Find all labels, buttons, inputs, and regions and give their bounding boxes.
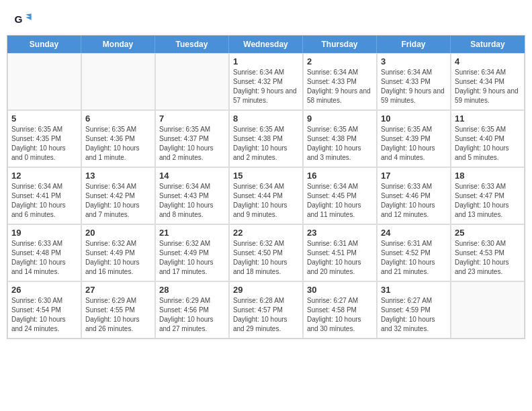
- weekday-header: Tuesday: [155, 36, 229, 53]
- day-info: Sunrise: 6:34 AM Sunset: 4:32 PM Dayligh…: [233, 68, 299, 105]
- day-number: 31: [381, 285, 447, 295]
- calendar-cell: 13Sunrise: 6:34 AM Sunset: 4:42 PM Dayli…: [81, 167, 155, 224]
- day-number: 23: [307, 228, 373, 238]
- calendar-grid: 1Sunrise: 6:34 AM Sunset: 4:32 PM Daylig…: [7, 53, 525, 338]
- day-number: 30: [307, 285, 373, 295]
- day-info: Sunrise: 6:33 AM Sunset: 4:48 PM Dayligh…: [11, 239, 77, 277]
- day-info: Sunrise: 6:31 AM Sunset: 4:52 PM Dayligh…: [381, 239, 447, 277]
- day-info: Sunrise: 6:29 AM Sunset: 4:56 PM Dayligh…: [159, 296, 225, 334]
- day-number: 16: [307, 171, 373, 181]
- day-info: Sunrise: 6:34 AM Sunset: 4:33 PM Dayligh…: [307, 68, 373, 105]
- day-info: Sunrise: 6:27 AM Sunset: 4:59 PM Dayligh…: [381, 296, 447, 334]
- day-number: 9: [307, 113, 373, 124]
- weekday-header: Wednesday: [229, 36, 303, 53]
- day-number: 24: [381, 228, 447, 238]
- day-number: 3: [381, 56, 447, 66]
- calendar-cell: 21Sunrise: 6:32 AM Sunset: 4:49 PM Dayli…: [155, 224, 229, 281]
- day-number: 8: [233, 113, 299, 124]
- calendar: SundayMondayTuesdayWednesdayThursdayFrid…: [7, 35, 525, 339]
- calendar-cell: 30Sunrise: 6:27 AM Sunset: 4:58 PM Dayli…: [303, 281, 377, 338]
- calendar-cell: 28Sunrise: 6:29 AM Sunset: 4:56 PM Dayli…: [155, 281, 229, 338]
- calendar-cell: 29Sunrise: 6:28 AM Sunset: 4:57 PM Dayli…: [229, 281, 303, 338]
- weekday-header: Thursday: [303, 36, 377, 53]
- calendar-cell: 20Sunrise: 6:32 AM Sunset: 4:49 PM Dayli…: [81, 224, 155, 281]
- calendar-header: SundayMondayTuesdayWednesdayThursdayFrid…: [7, 36, 525, 53]
- day-number: 20: [85, 228, 151, 238]
- calendar-cell: [81, 53, 155, 110]
- day-info: Sunrise: 6:32 AM Sunset: 4:49 PM Dayligh…: [159, 239, 225, 277]
- day-number: 22: [233, 228, 299, 238]
- calendar-cell: 22Sunrise: 6:32 AM Sunset: 4:50 PM Dayli…: [229, 224, 303, 281]
- day-info: Sunrise: 6:34 AM Sunset: 4:43 PM Dayligh…: [159, 182, 225, 220]
- day-info: Sunrise: 6:30 AM Sunset: 4:53 PM Dayligh…: [455, 239, 521, 277]
- calendar-cell: 7Sunrise: 6:35 AM Sunset: 4:37 PM Daylig…: [155, 110, 229, 167]
- day-number: 26: [11, 285, 77, 295]
- day-info: Sunrise: 6:27 AM Sunset: 4:58 PM Dayligh…: [307, 296, 373, 334]
- day-number: 2: [307, 56, 373, 66]
- svg-text:G: G: [14, 13, 22, 25]
- calendar-cell: 9Sunrise: 6:35 AM Sunset: 4:38 PM Daylig…: [303, 110, 377, 167]
- calendar-cell: [7, 53, 81, 110]
- day-number: 7: [159, 113, 225, 124]
- day-info: Sunrise: 6:29 AM Sunset: 4:55 PM Dayligh…: [85, 296, 151, 334]
- day-number: 17: [381, 171, 447, 181]
- calendar-cell: 23Sunrise: 6:31 AM Sunset: 4:51 PM Dayli…: [303, 224, 377, 281]
- day-info: Sunrise: 6:35 AM Sunset: 4:38 PM Dayligh…: [307, 125, 373, 163]
- weekday-header: Monday: [81, 36, 155, 53]
- day-number: 15: [233, 171, 299, 181]
- calendar-cell: 10Sunrise: 6:35 AM Sunset: 4:39 PM Dayli…: [377, 110, 451, 167]
- calendar-cell: 19Sunrise: 6:33 AM Sunset: 4:48 PM Dayli…: [7, 224, 81, 281]
- day-number: 11: [455, 113, 521, 124]
- day-info: Sunrise: 6:34 AM Sunset: 4:42 PM Dayligh…: [85, 182, 151, 220]
- svg-marker-2: [26, 16, 31, 20]
- day-info: Sunrise: 6:32 AM Sunset: 4:49 PM Dayligh…: [85, 239, 151, 277]
- calendar-cell: 3Sunrise: 6:34 AM Sunset: 4:33 PM Daylig…: [377, 53, 451, 110]
- day-info: Sunrise: 6:35 AM Sunset: 4:35 PM Dayligh…: [11, 125, 77, 163]
- calendar-cell: 8Sunrise: 6:35 AM Sunset: 4:38 PM Daylig…: [229, 110, 303, 167]
- day-info: Sunrise: 6:35 AM Sunset: 4:37 PM Dayligh…: [159, 125, 225, 163]
- day-number: 1: [233, 56, 299, 66]
- day-number: 4: [455, 56, 521, 66]
- calendar-cell: 15Sunrise: 6:34 AM Sunset: 4:44 PM Dayli…: [229, 167, 303, 224]
- day-info: Sunrise: 6:34 AM Sunset: 4:33 PM Dayligh…: [381, 68, 447, 105]
- day-number: 19: [11, 228, 77, 238]
- day-number: 25: [455, 228, 521, 238]
- calendar-cell: 12Sunrise: 6:34 AM Sunset: 4:41 PM Dayli…: [7, 167, 81, 224]
- day-number: 13: [85, 171, 151, 181]
- day-info: Sunrise: 6:35 AM Sunset: 4:38 PM Dayligh…: [233, 125, 299, 163]
- weekday-header: Saturday: [451, 36, 525, 53]
- day-number: 29: [233, 285, 299, 295]
- calendar-cell: 5Sunrise: 6:35 AM Sunset: 4:35 PM Daylig…: [7, 110, 81, 167]
- calendar-cell: [451, 281, 525, 338]
- day-info: Sunrise: 6:32 AM Sunset: 4:50 PM Dayligh…: [233, 239, 299, 277]
- calendar-cell: 16Sunrise: 6:34 AM Sunset: 4:45 PM Dayli…: [303, 167, 377, 224]
- day-info: Sunrise: 6:35 AM Sunset: 4:39 PM Dayligh…: [381, 125, 447, 163]
- day-info: Sunrise: 6:31 AM Sunset: 4:51 PM Dayligh…: [307, 239, 373, 277]
- day-info: Sunrise: 6:30 AM Sunset: 4:54 PM Dayligh…: [11, 296, 77, 334]
- day-info: Sunrise: 6:34 AM Sunset: 4:44 PM Dayligh…: [233, 182, 299, 220]
- day-info: Sunrise: 6:35 AM Sunset: 4:36 PM Dayligh…: [85, 125, 151, 163]
- calendar-cell: 6Sunrise: 6:35 AM Sunset: 4:36 PM Daylig…: [81, 110, 155, 167]
- calendar-cell: 14Sunrise: 6:34 AM Sunset: 4:43 PM Dayli…: [155, 167, 229, 224]
- day-info: Sunrise: 6:35 AM Sunset: 4:40 PM Dayligh…: [455, 125, 521, 163]
- calendar-cell: 4Sunrise: 6:34 AM Sunset: 4:34 PM Daylig…: [451, 53, 525, 110]
- day-number: 14: [159, 171, 225, 181]
- day-number: 21: [159, 228, 225, 238]
- calendar-cell: 18Sunrise: 6:33 AM Sunset: 4:47 PM Dayli…: [451, 167, 525, 224]
- calendar-cell: 1Sunrise: 6:34 AM Sunset: 4:32 PM Daylig…: [229, 53, 303, 110]
- day-info: Sunrise: 6:28 AM Sunset: 4:57 PM Dayligh…: [233, 296, 299, 334]
- calendar-cell: 26Sunrise: 6:30 AM Sunset: 4:54 PM Dayli…: [7, 281, 81, 338]
- day-info: Sunrise: 6:33 AM Sunset: 4:46 PM Dayligh…: [381, 182, 447, 220]
- logo-icon: G: [13, 11, 32, 30]
- day-number: 6: [85, 113, 151, 124]
- day-info: Sunrise: 6:34 AM Sunset: 4:34 PM Dayligh…: [455, 68, 521, 105]
- day-number: 5: [11, 113, 77, 124]
- day-number: 28: [159, 285, 225, 295]
- day-number: 10: [381, 113, 447, 124]
- calendar-cell: 17Sunrise: 6:33 AM Sunset: 4:46 PM Dayli…: [377, 167, 451, 224]
- calendar-cell: 24Sunrise: 6:31 AM Sunset: 4:52 PM Dayli…: [377, 224, 451, 281]
- day-number: 12: [11, 171, 77, 181]
- calendar-cell: 25Sunrise: 6:30 AM Sunset: 4:53 PM Dayli…: [451, 224, 525, 281]
- weekday-header: Friday: [377, 36, 451, 53]
- day-info: Sunrise: 6:34 AM Sunset: 4:41 PM Dayligh…: [11, 182, 77, 220]
